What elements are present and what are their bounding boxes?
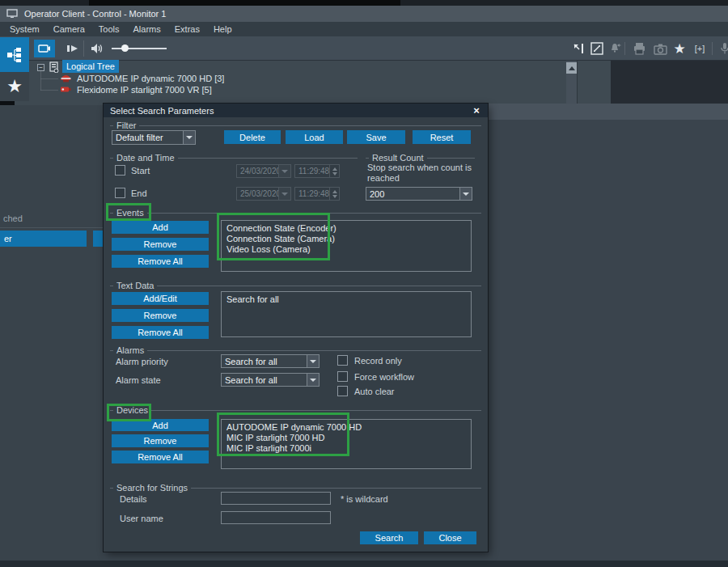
add-bookmark-button[interactable]: [+] (692, 41, 708, 56)
group-line (110, 286, 481, 286)
right-panel-header-strip (488, 104, 728, 120)
date-time-group-label: Date and Time (113, 153, 178, 163)
details-label: Details (120, 494, 147, 504)
chevron-down-icon[interactable] (307, 355, 319, 367)
menu-bar: System Camera Tools Alarms Extras Help (0, 22, 728, 36)
alarm-state-value: Search for all (222, 374, 307, 386)
menu-alarms[interactable]: Alarms (133, 24, 161, 34)
end-date-select[interactable]: 25/03/2020 (236, 187, 291, 201)
devices-remove-button[interactable]: Remove (112, 434, 209, 447)
tree-expander-minus[interactable]: − (37, 64, 44, 71)
star-icon: ★ (6, 76, 23, 97)
restore-pane-button[interactable] (570, 41, 586, 56)
auto-clear-checkbox[interactable] (337, 386, 348, 396)
text-data-remove-all-button[interactable]: Remove All (112, 326, 209, 339)
toolbar-separator (83, 40, 84, 57)
load-button[interactable]: Load (286, 130, 343, 144)
wildcard-hint: * is wildcard (341, 494, 388, 504)
clipped-panel-button[interactable]: er (0, 231, 87, 247)
start-checkbox[interactable] (115, 165, 125, 176)
end-checkbox[interactable] (115, 188, 125, 198)
spinner-arrows-icon[interactable] (329, 188, 339, 200)
end-label: End (131, 188, 147, 198)
date-time-group: Date and Time (110, 154, 358, 163)
menu-extras[interactable]: Extras (175, 24, 200, 34)
events-remove-all-button[interactable]: Remove All (112, 255, 209, 268)
menu-tools[interactable]: Tools (99, 24, 120, 34)
reset-button[interactable]: Reset (413, 130, 471, 144)
volume-slider-knob[interactable] (121, 44, 129, 52)
volume-slider-track[interactable] (112, 48, 167, 49)
details-input[interactable] (221, 492, 331, 505)
text-data-add-edit-button[interactable]: Add/Edit (112, 292, 209, 305)
sidebar-tab-logical-tree[interactable] (0, 37, 29, 72)
tree-item-camera[interactable]: AUTODOME IP dynamic 7000 HD [3] (77, 74, 224, 83)
maximize-pane-button[interactable] (589, 41, 605, 56)
clipped-panel-button-2[interactable] (93, 231, 104, 247)
select-search-parameters-dialog: Select Search Parameters × Filter Defaul… (104, 104, 488, 552)
dialog-header[interactable]: Select Search Parameters × (104, 104, 488, 117)
alarm-bell-button[interactable] (607, 41, 624, 56)
camera-monitor-icon (38, 44, 51, 53)
start-date-select[interactable]: 24/03/2020 (236, 164, 291, 178)
speaker-icon (90, 43, 104, 54)
monitor-icon (6, 9, 18, 19)
microphone-button[interactable] (717, 41, 728, 56)
live-camera-view-button[interactable] (34, 40, 55, 57)
chevron-down-icon[interactable] (278, 165, 290, 177)
menu-system[interactable]: System (10, 24, 40, 34)
spinner-arrows-icon[interactable] (329, 165, 339, 177)
bracket-add-icon: [+] (695, 44, 705, 53)
favorites-star-button[interactable]: ★ (671, 41, 688, 56)
delete-button[interactable]: Delete (224, 130, 281, 144)
close-icon[interactable]: × (470, 104, 483, 116)
events-remove-button[interactable]: Remove (112, 238, 209, 251)
scrollbar-up-button[interactable] (566, 62, 577, 74)
chevron-down-icon[interactable] (459, 188, 472, 200)
annotation-devices-label (107, 404, 151, 421)
camera-icon (654, 43, 667, 55)
start-time-spinner[interactable]: 11:29:48 (294, 164, 340, 178)
record-only-checkbox[interactable] (337, 355, 348, 366)
volume-button[interactable] (87, 40, 107, 57)
events-add-button[interactable]: Add (112, 221, 209, 234)
tree-item-camera[interactable]: Flexidome IP starlight 7000 VR [5] (77, 85, 212, 95)
dialog-close-button[interactable]: Close (424, 531, 476, 544)
chevron-down-icon[interactable] (183, 131, 195, 144)
result-count-select[interactable]: 200 (366, 187, 472, 201)
text-data-list-item[interactable]: Search for all (226, 294, 466, 305)
group-line (110, 125, 481, 126)
bell-icon (609, 42, 622, 55)
text-data-remove-button[interactable]: Remove (112, 309, 209, 322)
up-arrow-icon (569, 66, 575, 70)
print-button[interactable] (631, 41, 647, 56)
text-data-listbox[interactable]: Search for all (221, 291, 472, 337)
sidebar-tab-favorites[interactable]: ★ (0, 72, 29, 101)
video-tile[interactable] (611, 61, 728, 105)
snapshot-button[interactable] (652, 41, 668, 56)
chevron-down-icon[interactable] (307, 374, 319, 386)
diagonal-resize-icon (590, 42, 603, 55)
result-count-hint: Stop search when count is reached (367, 163, 474, 184)
box-camera-icon (60, 85, 72, 95)
end-time-value: 11:29:48 (295, 188, 329, 200)
menu-help[interactable]: Help (214, 24, 232, 34)
menu-camera[interactable]: Camera (53, 24, 85, 34)
filter-select[interactable]: Default filter (112, 130, 196, 145)
chevron-down-icon[interactable] (278, 188, 290, 200)
start-date-value: 24/03/2020 (237, 165, 278, 177)
logical-tree-icon (6, 47, 23, 63)
save-button[interactable]: Save (347, 130, 405, 144)
force-workflow-checkbox[interactable] (337, 371, 348, 382)
search-button[interactable]: Search (360, 531, 418, 544)
devices-remove-all-button[interactable]: Remove All (112, 451, 209, 463)
instant-playback-button[interactable] (63, 40, 83, 57)
tree-item-logical-tree[interactable]: Logical Tree (62, 60, 119, 73)
window-title: Operator Client - Control - Monitor 1 (24, 9, 166, 19)
user-name-input[interactable] (221, 511, 331, 524)
alarm-priority-select[interactable]: Search for all (221, 354, 320, 368)
alarm-state-label: Alarm state (116, 375, 161, 385)
text-data-group: Text Data (110, 281, 481, 291)
alarm-state-select[interactable]: Search for all (221, 373, 320, 387)
end-time-spinner[interactable]: 11:29:48 (294, 187, 340, 201)
